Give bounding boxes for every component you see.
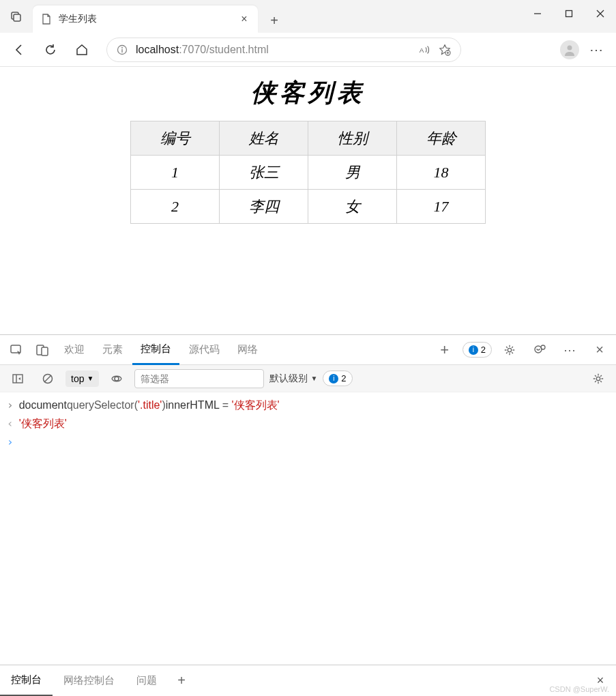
devtools-tab-welcome[interactable]: 欢迎: [56, 335, 93, 365]
console-body[interactable]: › documentquerySelector('.title')innerHT…: [0, 392, 616, 665]
issues-pill[interactable]: i2: [463, 342, 492, 358]
back-button[interactable]: [5, 36, 33, 63]
filter-input[interactable]: [134, 369, 264, 388]
maximize-button[interactable]: [553, 0, 585, 27]
tab-title: 学生列表: [59, 13, 231, 25]
page-content: 侠客列表 编号姓名性别年龄 1张三男182李四女17: [0, 67, 616, 334]
table-cell: 男: [308, 156, 397, 190]
table-cell: 女: [308, 190, 397, 224]
console-output-line: ‹ '侠客列表': [7, 415, 609, 433]
table-header: 姓名: [220, 121, 308, 156]
devtools-menu[interactable]: ⋯: [557, 338, 582, 362]
window-controls: [522, 0, 616, 27]
devtools-tab-elements[interactable]: 元素: [94, 335, 131, 365]
home-button[interactable]: [68, 36, 96, 63]
close-button[interactable]: [585, 0, 616, 27]
svg-point-7: [121, 47, 123, 48]
menu-button[interactable]: ⋯: [583, 42, 611, 58]
svg-rect-8: [121, 49, 122, 53]
new-tab-button[interactable]: +: [262, 8, 287, 33]
svg-point-24: [115, 377, 119, 381]
svg-text:A: A: [420, 46, 424, 53]
browser-titlebar: 学生列表 × +: [0, 0, 616, 33]
site-info-icon: [117, 44, 128, 55]
live-expr-icon[interactable]: [104, 366, 129, 391]
device-icon[interactable]: [30, 338, 55, 362]
console-prompt[interactable]: ›: [7, 433, 609, 450]
clear-console-icon[interactable]: [35, 366, 60, 391]
context-selector[interactable]: top▼: [65, 371, 99, 387]
svg-rect-14: [11, 345, 20, 353]
table-cell: 李四: [220, 190, 308, 224]
svg-rect-20: [13, 375, 23, 383]
tab-actions-button[interactable]: [0, 0, 33, 33]
devtools-tab-network[interactable]: 网络: [229, 335, 266, 365]
table-header: 年龄: [397, 121, 486, 156]
svg-rect-3: [566, 11, 572, 17]
table-cell: 2: [131, 190, 220, 224]
url-text: localhost:7070/student.html: [136, 44, 269, 56]
log-levels[interactable]: 默认级别▼: [269, 373, 317, 385]
svg-point-25: [596, 377, 600, 380]
table-cell: 1: [131, 156, 220, 190]
student-table: 编号姓名性别年龄 1张三男182李四女17: [130, 121, 486, 224]
address-bar[interactable]: localhost:7070/student.html A: [106, 38, 461, 62]
drawer-add-tab[interactable]: +: [168, 673, 195, 688]
page-heading: 侠客列表: [0, 76, 616, 110]
console-issues-pill[interactable]: i2: [323, 371, 352, 386]
svg-point-19: [541, 345, 545, 349]
svg-point-17: [508, 348, 511, 351]
watermark: CSDN @SuperW.: [549, 685, 609, 693]
devtools-close[interactable]: ×: [587, 338, 612, 362]
devtools-panel: 欢迎 元素 控制台 源代码 网络 + i2 ⋯ × top▼ 默认级别▼ i2 …: [0, 334, 616, 696]
table-row: 1张三男18: [131, 156, 486, 190]
table-cell: 17: [397, 190, 486, 224]
drawer-tab-issues[interactable]: 问题: [126, 665, 168, 697]
browser-toolbar: localhost:7070/student.html A ⋯: [0, 33, 616, 67]
settings-icon[interactable]: [497, 338, 522, 362]
profile-button[interactable]: [560, 40, 579, 59]
svg-rect-16: [42, 347, 48, 356]
table-cell: 张三: [220, 156, 308, 190]
drawer-tab-netconsole[interactable]: 网络控制台: [53, 665, 126, 697]
read-aloud-icon[interactable]: A: [418, 44, 430, 56]
console-input-line: › documentquerySelector('.title')innerHT…: [7, 396, 609, 415]
feedback-icon[interactable]: [527, 338, 552, 362]
favorite-icon[interactable]: [439, 44, 451, 56]
svg-point-13: [568, 45, 572, 50]
devtools-tab-sources[interactable]: 源代码: [181, 335, 228, 365]
refresh-button[interactable]: [37, 36, 64, 63]
tab-close-button[interactable]: ×: [237, 12, 251, 26]
drawer-tab-console[interactable]: 控制台: [0, 665, 53, 697]
devtools-drawer-tabs: 控制台 网络控制台 问题 + ×: [0, 665, 616, 696]
inspect-icon[interactable]: [4, 338, 29, 362]
toggle-sidebar-icon[interactable]: [5, 366, 30, 391]
tabstrip: 学生列表 × +: [33, 0, 522, 33]
browser-tab[interactable]: 学生列表 ×: [33, 5, 258, 33]
console-settings-icon[interactable]: [586, 366, 611, 391]
devtools-more-tabs[interactable]: +: [432, 338, 457, 362]
page-icon: [41, 14, 52, 25]
table-header: 编号: [131, 121, 220, 156]
devtools-tab-console[interactable]: 控制台: [132, 335, 179, 365]
svg-line-23: [44, 375, 51, 382]
minimize-button[interactable]: [522, 0, 553, 27]
table-cell: 18: [397, 156, 486, 190]
devtools-tabbar: 欢迎 元素 控制台 源代码 网络 + i2 ⋯ ×: [0, 335, 616, 365]
table-header: 性别: [308, 121, 397, 156]
console-toolbar: top▼ 默认级别▼ i2: [0, 365, 616, 392]
svg-rect-1: [14, 14, 20, 21]
table-row: 2李四女17: [131, 190, 486, 224]
